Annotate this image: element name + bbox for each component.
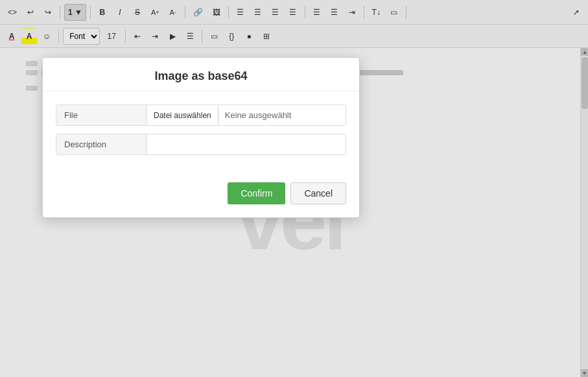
dialog-body: File Datei auswählen Keine ausgewählt De… (43, 91, 359, 176)
file-input-area: Datei auswählen Keine ausgewählt (147, 105, 346, 125)
description-input-area (147, 134, 346, 154)
file-choose-button[interactable]: Datei auswählen (147, 106, 218, 125)
description-label: Description (56, 134, 147, 154)
description-form-row: Description (56, 134, 346, 155)
cancel-button[interactable]: Cancel (290, 182, 346, 204)
file-no-selected-text: Keine ausgewählt (218, 105, 298, 125)
description-input[interactable] (147, 134, 346, 154)
file-label: File (56, 105, 147, 125)
dialog: Image as base64 File Datei auswählen Kei… (42, 57, 360, 218)
dialog-title: Image as base64 (56, 69, 346, 83)
dialog-header: Image as base64 (43, 58, 359, 91)
editor-wrapper: <> ↩ ↪ 1 ▼ B I S A+ A- 🔗 🖼 ☰ ☰ ☰ ☰ ☰ ☰ ⇥… (0, 0, 588, 377)
dialog-footer: Confirm Cancel (43, 176, 359, 217)
modal-overlay: Image as base64 File Datei auswählen Kei… (0, 0, 588, 377)
confirm-button[interactable]: Confirm (228, 182, 285, 204)
file-form-row: File Datei auswählen Keine ausgewählt (56, 104, 346, 126)
